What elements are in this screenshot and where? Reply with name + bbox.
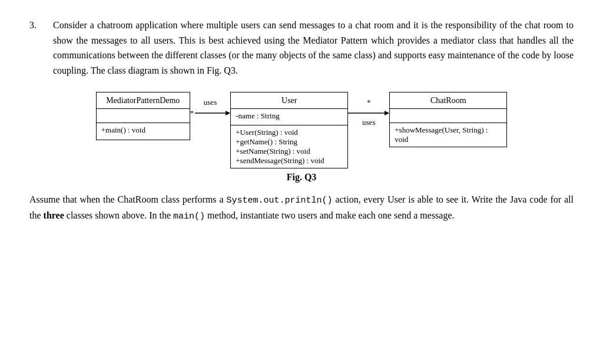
uml-box-user: User -name : String +User(String) : void… [230,92,348,168]
arrow1-row: * [190,108,231,118]
uml-box-chatroom: ChatRoom +showMessage(User, String) : vo… [389,92,507,147]
user-section1: -name : String [231,109,347,125]
question-number: 3. [29,18,47,78]
arrow1-label: uses [204,98,217,107]
arrow2-row [348,108,389,118]
user-title: User [231,92,347,109]
question-text: 3. Consider a chatroom application where… [29,18,574,78]
arrow2-col: * uses [348,92,389,128]
bottom-text-3: classes shown above. In the [64,210,173,220]
svg-marker-1 [226,111,230,115]
user-method-4: +sendMessage(String) : void [236,156,343,166]
fig-caption: Fig. Q3 [287,172,317,183]
arrow1-col: uses * [190,92,231,118]
uml-diagram-wrapper: MediatorPatternDemo +main() : void uses … [29,92,574,192]
arrow1-svg [195,108,230,118]
uml-box-mediator: MediatorPatternDemo +main() : void [96,92,190,140]
bottom-code-1: System.out.println() [227,196,333,206]
arrow2-label: uses [362,118,375,127]
question-container: 3. Consider a chatroom application where… [29,18,574,224]
mediator-section2: +main() : void [97,123,190,140]
arrow1-star: * [190,108,194,118]
chatroom-title: ChatRoom [390,92,506,109]
chatroom-section1 [390,109,506,123]
mediator-title: MediatorPatternDemo [97,92,190,109]
bottom-text-4: method, instantiate two users and make e… [205,210,454,220]
user-method-1: +User(String) : void [236,128,343,137]
question-body: Consider a chatroom application where mu… [53,18,574,78]
chatroom-section2: +showMessage(User, String) : void [390,123,506,147]
arrow2-svg [348,108,389,118]
arrow2-star: * [367,98,371,107]
uml-row: MediatorPatternDemo +main() : void uses … [96,92,508,168]
user-section2: +User(String) : void +getName() : String… [231,125,347,168]
user-method-2: +getName() : String [236,137,343,147]
bottom-text: Assume that when the ChatRoom class perf… [29,192,574,224]
bottom-code-2: main() [173,211,205,221]
bottom-bold: three [44,210,64,220]
bottom-text-1: Assume that when the ChatRoom class perf… [29,194,227,204]
svg-marker-3 [385,111,389,115]
user-method-3: +setName(String) : void [236,147,343,156]
mediator-section1 [97,109,190,123]
